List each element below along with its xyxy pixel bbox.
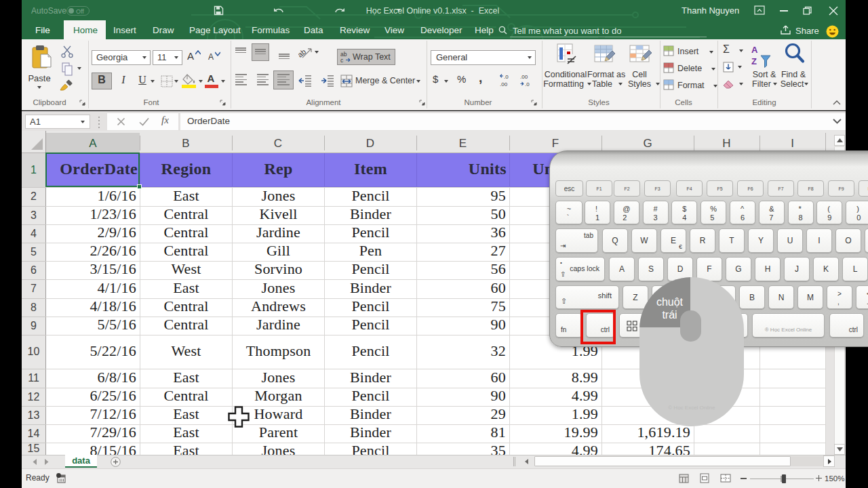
svg-text:.0: .0 xyxy=(525,81,530,87)
svg-text:A: A xyxy=(751,45,758,55)
svg-text:c: c xyxy=(340,57,344,63)
svg-text:.00: .00 xyxy=(500,81,508,87)
svg-text:.00: .00 xyxy=(520,74,528,80)
svg-text:Z: Z xyxy=(751,56,757,66)
svg-text:.0: .0 xyxy=(504,74,509,80)
